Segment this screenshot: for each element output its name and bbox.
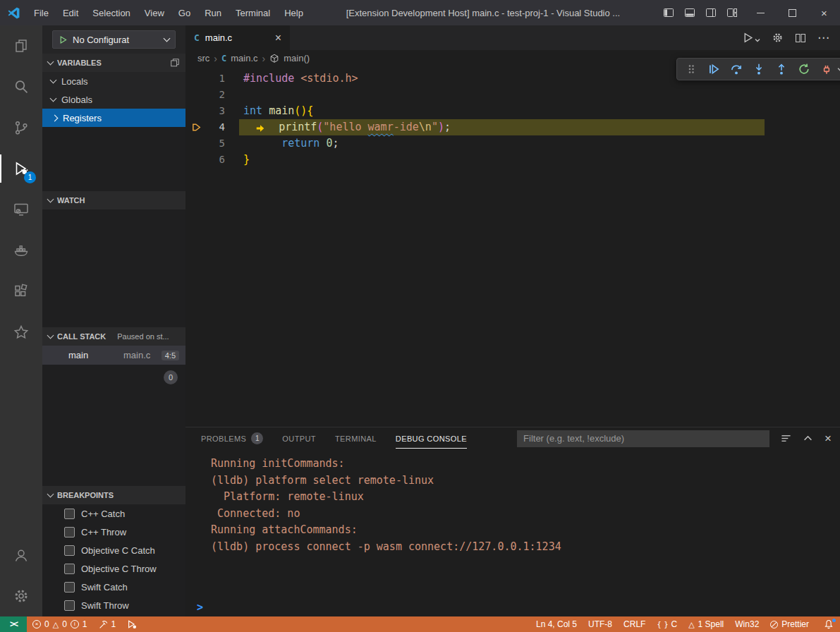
activity-run-and-debug[interactable]: 1 bbox=[0, 148, 42, 189]
code-line-content[interactable]: #include <stdio.h> bbox=[243, 71, 358, 87]
status-platform[interactable]: Win32 bbox=[729, 616, 765, 632]
toggle-secondary-sidebar-icon[interactable] bbox=[705, 7, 717, 18]
status-problems[interactable]: × 0 △ 0 i 1 bbox=[27, 616, 93, 632]
breakpoint-checkbox[interactable] bbox=[64, 582, 75, 592]
breadcrumb-symbol[interactable]: main() bbox=[284, 53, 310, 63]
breakpoint-row[interactable]: Objective C Throw bbox=[42, 559, 185, 578]
toggle-panel-icon[interactable] bbox=[684, 7, 695, 18]
activity-docker[interactable] bbox=[0, 230, 42, 271]
step-into-button[interactable] bbox=[750, 60, 768, 78]
activity-favorites[interactable] bbox=[0, 312, 42, 353]
call-stack-frame[interactable]: main main.c 4:5 bbox=[42, 346, 185, 365]
menu-terminal[interactable]: Terminal bbox=[229, 0, 277, 25]
settings-gear-icon[interactable] bbox=[772, 32, 784, 44]
variables-item-locals[interactable]: Locals bbox=[42, 72, 185, 90]
debug-toolbar-chevron-icon[interactable] bbox=[837, 66, 840, 73]
code-line-content[interactable]: printf("hello wamr-ide\n"); bbox=[243, 119, 451, 135]
status-debug[interactable] bbox=[121, 616, 142, 632]
breakpoint-checkbox[interactable] bbox=[64, 564, 75, 574]
debug-console-input[interactable]: > bbox=[185, 597, 840, 616]
menu-help[interactable]: Help bbox=[277, 0, 310, 25]
breakpoint-checkbox[interactable] bbox=[64, 545, 75, 556]
variables-section-header[interactable]: VARIABLES bbox=[42, 54, 185, 72]
glyph-margin[interactable] bbox=[185, 71, 207, 87]
maximize-button[interactable] bbox=[777, 0, 808, 25]
toolbar-drag-grip[interactable] bbox=[682, 60, 700, 78]
glyph-margin[interactable] bbox=[185, 152, 207, 168]
panel-tab-terminal[interactable]: TERMINAL bbox=[335, 427, 377, 449]
glyph-margin[interactable] bbox=[185, 103, 207, 119]
debug-console-output[interactable]: Running initCommands:(lldb) platform sel… bbox=[185, 449, 840, 597]
status-spell-checker[interactable]: △1 Spell bbox=[683, 616, 729, 632]
remote-indicator[interactable]: >< bbox=[0, 616, 27, 632]
minimize-button[interactable] bbox=[745, 0, 777, 25]
open-panes-view-icon[interactable] bbox=[170, 58, 180, 68]
breakpoint-checkbox[interactable] bbox=[64, 509, 75, 519]
breakpoint-row[interactable]: Swift Catch bbox=[42, 578, 185, 596]
menu-go[interactable]: Go bbox=[171, 0, 197, 25]
breakpoint-row[interactable]: Objective C Catch bbox=[42, 541, 185, 559]
step-out-button[interactable] bbox=[772, 60, 791, 78]
status-language-mode[interactable]: { }C bbox=[651, 616, 683, 632]
start-debugging-icon[interactable] bbox=[59, 35, 68, 44]
activity-extensions[interactable] bbox=[0, 271, 42, 312]
status-toolchain[interactable]: 1 bbox=[93, 616, 122, 632]
menu-selection[interactable]: Selection bbox=[85, 0, 137, 25]
notifications-bell[interactable] bbox=[817, 616, 840, 632]
activity-remote-explorer[interactable] bbox=[0, 189, 42, 230]
breakpoint-row[interactable]: Swift Throw bbox=[42, 596, 185, 614]
panel-tab-debug-console[interactable]: DEBUG CONSOLE bbox=[396, 427, 467, 449]
activity-settings[interactable] bbox=[0, 576, 42, 616]
glyph-margin[interactable] bbox=[185, 119, 207, 135]
status-encoding[interactable]: UTF-8 bbox=[583, 616, 618, 632]
glyph-margin[interactable] bbox=[185, 87, 207, 103]
code-line-content[interactable]: int main(){ bbox=[243, 103, 313, 119]
maximize-panel-icon[interactable] bbox=[803, 434, 812, 443]
activity-search[interactable] bbox=[0, 66, 42, 107]
activity-explorer[interactable] bbox=[0, 25, 42, 66]
menu-view[interactable]: View bbox=[138, 0, 171, 25]
variables-item-registers[interactable]: Registers bbox=[42, 109, 185, 127]
status-cursor-position[interactable]: Ln 4, Col 5 bbox=[530, 616, 583, 632]
breakpoint-row[interactable]: C++ Catch bbox=[42, 504, 185, 523]
variables-item-globals[interactable]: Globals bbox=[42, 90, 185, 109]
status-eol[interactable]: CRLF bbox=[618, 616, 651, 632]
code-editor[interactable]: 1#include <stdio.h>23int main(){4 printf… bbox=[185, 66, 840, 427]
step-over-button[interactable] bbox=[727, 60, 745, 78]
disconnect-button[interactable] bbox=[817, 60, 836, 78]
line-number: 6 bbox=[207, 152, 225, 168]
watch-section-header[interactable]: WATCH bbox=[42, 191, 185, 209]
breakpoint-row[interactable]: C++ Throw bbox=[42, 523, 185, 541]
restart-button[interactable] bbox=[795, 60, 813, 78]
run-or-debug-icon[interactable] bbox=[742, 32, 760, 44]
status-item-label: Ln 4, Col 5 bbox=[536, 619, 577, 629]
menu-edit[interactable]: Edit bbox=[56, 0, 85, 25]
tab-main-c[interactable]: C main.c × bbox=[185, 25, 290, 50]
call-stack-section-header[interactable]: CALL STACK Paused on st... bbox=[42, 327, 185, 346]
toggle-sidebar-icon[interactable] bbox=[663, 7, 674, 18]
panel-tab-output[interactable]: OUTPUT bbox=[282, 427, 316, 449]
menu-run[interactable]: Run bbox=[197, 0, 229, 25]
breakpoints-section-header[interactable]: BREAKPOINTS bbox=[42, 486, 185, 504]
debug-config-dropdown[interactable]: No Configurat bbox=[52, 30, 176, 49]
breakpoint-checkbox[interactable] bbox=[64, 600, 75, 611]
filter-lines-icon[interactable] bbox=[781, 433, 791, 444]
glyph-margin[interactable] bbox=[185, 135, 207, 152]
status-prettier[interactable]: Prettier bbox=[765, 616, 815, 632]
close-panel-icon[interactable]: × bbox=[824, 432, 832, 444]
continue-button[interactable] bbox=[705, 60, 723, 78]
breadcrumb-file[interactable]: main.c bbox=[231, 53, 257, 63]
close-tab-icon[interactable]: × bbox=[275, 32, 281, 44]
split-editor-icon[interactable] bbox=[795, 32, 806, 44]
code-line-content[interactable]: } bbox=[243, 152, 250, 168]
activity-account[interactable] bbox=[0, 535, 42, 576]
console-filter-input[interactable] bbox=[517, 430, 769, 447]
activity-source-control[interactable] bbox=[0, 107, 42, 148]
breadcrumb-folder[interactable]: src bbox=[197, 53, 209, 63]
code-line-content[interactable]: return 0; bbox=[243, 135, 339, 152]
customize-layout-icon[interactable] bbox=[726, 7, 738, 18]
close-window-button[interactable]: × bbox=[808, 0, 840, 25]
panel-tab-problems[interactable]: PROBLEMS1 bbox=[201, 427, 263, 449]
breakpoint-checkbox[interactable] bbox=[64, 527, 75, 537]
menu-file[interactable]: File bbox=[27, 0, 56, 25]
